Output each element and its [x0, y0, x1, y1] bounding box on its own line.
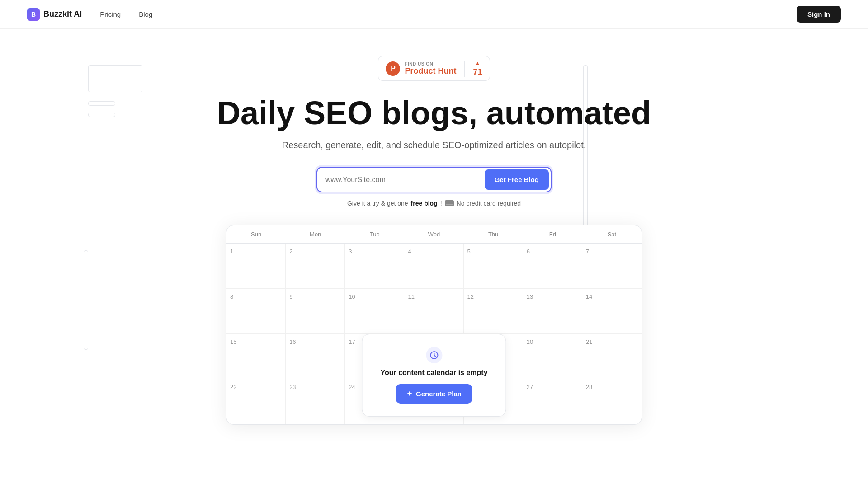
cal-cell-12: 12 [464, 289, 523, 334]
day-wed: Wed [404, 225, 463, 243]
cal-cell-15: 15 [226, 334, 286, 379]
day-tue: Tue [345, 225, 404, 243]
generate-plan-button[interactable]: ✦ Generate Plan [396, 384, 472, 404]
calendar-empty-state: Your content calendar is empty ✦ Generat… [362, 334, 506, 417]
website-input[interactable] [317, 169, 483, 190]
cal-cell-23: 23 [286, 379, 345, 424]
day-sat: Sat [582, 225, 642, 243]
sign-in-button[interactable]: Sign In [797, 6, 841, 23]
day-mon: Mon [286, 225, 345, 243]
cal-cell-4: 4 [404, 244, 463, 289]
get-free-blog-button[interactable]: Get Free Blog [485, 169, 549, 190]
calendar-preview: Sun Mon Tue Wed Thu Fri Sat 1 2 3 4 5 6 … [226, 225, 642, 425]
nav-pricing[interactable]: Pricing [100, 10, 121, 18]
hero-section: P FIND US ON Product Hunt ▲ 71 Daily SEO… [0, 29, 868, 443]
hero-subtitle: Research, generate, edit, and schedule S… [282, 140, 586, 150]
product-hunt-number: 71 [473, 67, 482, 77]
cal-cell-28: 28 [582, 379, 642, 424]
cal-cell-27: 27 [523, 379, 582, 424]
cal-cell-8: 8 [226, 289, 286, 334]
navbar: B Buzzkit AI Pricing Blog Sign In [0, 0, 868, 29]
day-thu: Thu [464, 225, 523, 243]
nav-blog[interactable]: Blog [139, 10, 152, 18]
product-hunt-name: Product Hunt [405, 66, 456, 76]
cal-cell-2: 2 [286, 244, 345, 289]
cal-cell-7: 7 [582, 244, 642, 289]
cta-container: Get Free Blog [316, 167, 552, 192]
product-hunt-arrow-icon: ▲ [475, 60, 481, 66]
nav-left: B Buzzkit AI Pricing Blog [27, 8, 152, 21]
cal-cell-9: 9 [286, 289, 345, 334]
cal-cell-1: 1 [226, 244, 286, 289]
logo-text: Buzzkit AI [43, 9, 82, 19]
cal-cell-3: 3 [345, 244, 404, 289]
day-sun: Sun [226, 225, 286, 243]
product-hunt-score: ▲ 71 [473, 60, 482, 77]
cursor-hand-icon: ☛ [427, 424, 441, 425]
logo-icon: B [27, 8, 40, 21]
cal-cell-6: 6 [523, 244, 582, 289]
calendar-grid: 1 2 3 4 5 6 7 8 9 10 11 12 13 14 15 16 1… [226, 244, 642, 424]
cal-cell-21: 21 [582, 334, 642, 379]
product-hunt-find-us: FIND US ON [405, 61, 456, 66]
product-hunt-divider [464, 61, 465, 77]
cta-input-wrapper: Get Free Blog [316, 167, 552, 192]
sparkle-icon: ✦ [406, 389, 412, 398]
cta-note: Give it a try & get one free blog ! No c… [347, 200, 521, 207]
cta-note-prefix: Give it a try & get one [347, 200, 408, 207]
cal-cell-13: 13 [523, 289, 582, 334]
cal-cell-11: 11 [404, 289, 463, 334]
day-fri: Fri [523, 225, 582, 243]
cta-note-exclaim: ! [440, 200, 442, 207]
calendar-header: Sun Mon Tue Wed Thu Fri Sat [226, 225, 642, 244]
cal-cell-10: 10 [345, 289, 404, 334]
no-credit-card-text: No credit card required [457, 200, 521, 207]
empty-state-icon [426, 347, 442, 363]
cal-cell-22: 22 [226, 379, 286, 424]
cal-cell-16: 16 [286, 334, 345, 379]
product-hunt-icon: P [386, 61, 400, 76]
cal-cell-5: 5 [464, 244, 523, 289]
credit-card-icon [445, 200, 454, 206]
empty-state-title: Your content calendar is empty [380, 369, 487, 377]
generate-btn-label: Generate Plan [416, 390, 462, 398]
cal-cell-14: 14 [582, 289, 642, 334]
cal-cell-20: 20 [523, 334, 582, 379]
product-hunt-text: FIND US ON Product Hunt [405, 61, 456, 76]
cta-note-bold: free blog [411, 200, 438, 207]
product-hunt-badge[interactable]: P FIND US ON Product Hunt ▲ 71 [378, 56, 490, 81]
hero-title: Daily SEO blogs, automated [217, 95, 651, 131]
logo[interactable]: B Buzzkit AI [27, 8, 82, 21]
